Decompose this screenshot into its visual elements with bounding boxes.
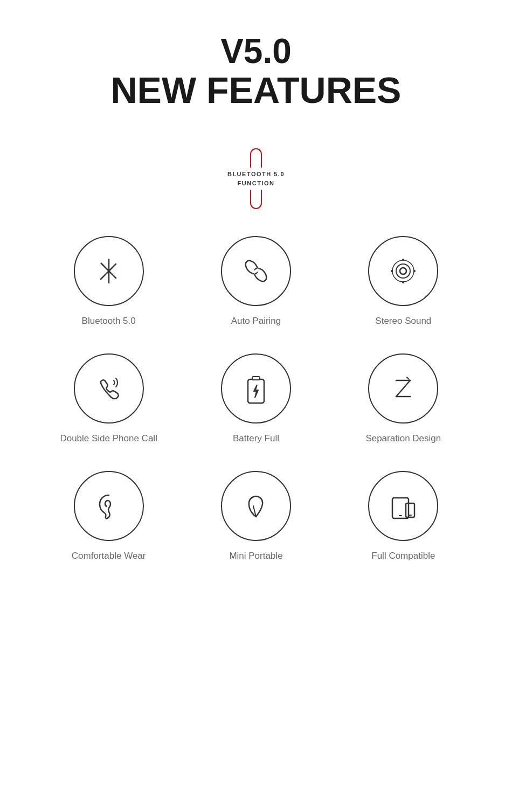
phone-icon-circle [74, 353, 144, 424]
feature-stereo: Stereo Sound [335, 236, 472, 327]
feature-battery: Battery Full [188, 353, 324, 444]
feature-label-battery: Battery Full [233, 433, 279, 444]
svg-point-5 [396, 264, 410, 278]
feature-label-separation: Separation Design [365, 433, 441, 444]
page-wrapper: V5.0 NEW FEATURES BLUETOOTH 5.0 FUNCTION… [0, 0, 512, 594]
bluetooth-icon [90, 252, 128, 290]
svg-line-14 [396, 380, 410, 397]
battery-icon-circle [221, 353, 291, 424]
header-section: V5.0 NEW FEATURES [111, 32, 402, 110]
feature-label-wear: Comfortable Wear [72, 551, 146, 561]
portable-icon [237, 487, 275, 525]
stereo-icon-circle [368, 236, 438, 306]
bluetooth-badge: BLUETOOTH 5.0 FUNCTION [227, 148, 285, 209]
wear-icon-circle [74, 471, 144, 541]
pairing-icon [237, 252, 275, 290]
feature-label-compatible: Full Compatible [371, 551, 435, 561]
badge-text: BLUETOOTH 5.0 FUNCTION [227, 168, 285, 190]
compatible-icon-circle [368, 471, 438, 541]
feature-compatible: Full Compatible [335, 471, 472, 561]
svg-point-2 [252, 266, 269, 284]
battery-icon [237, 370, 275, 407]
feature-phone: Double Side Phone Call [40, 353, 177, 444]
wear-icon [90, 487, 128, 525]
title-v5: V5.0 [111, 32, 402, 70]
feature-pairing: Auto Pairing [188, 236, 324, 327]
separation-icon [384, 370, 422, 407]
feature-label-portable: Mini Portable [229, 551, 282, 561]
feature-label-phone: Double Side Phone Call [60, 433, 157, 444]
feature-separation: Separation Design [335, 353, 472, 444]
svg-point-4 [400, 268, 406, 274]
feature-label-stereo: Stereo Sound [375, 316, 431, 327]
pairing-icon-circle [221, 236, 291, 306]
feature-wear: Comfortable Wear [40, 471, 177, 561]
svg-point-10 [413, 270, 416, 272]
stereo-icon [384, 252, 422, 290]
feature-portable: Mini Portable [188, 471, 324, 561]
features-grid: Bluetooth 5.0 Auto Pairing [40, 236, 472, 561]
separation-icon-circle [368, 353, 438, 424]
title-new-features: NEW FEATURES [111, 70, 402, 110]
feature-bluetooth: Bluetooth 5.0 [40, 236, 177, 327]
badge-top-pill [250, 148, 262, 168]
svg-point-1 [243, 259, 260, 276]
svg-rect-12 [252, 377, 260, 380]
svg-point-8 [402, 281, 404, 283]
svg-point-7 [402, 259, 404, 261]
svg-line-16 [407, 377, 409, 379]
feature-label-bluetooth: Bluetooth 5.0 [82, 316, 136, 327]
svg-point-9 [391, 270, 393, 272]
portable-icon-circle [221, 471, 291, 541]
bluetooth-icon-circle [74, 236, 144, 306]
phone-icon [90, 370, 128, 407]
feature-label-pairing: Auto Pairing [231, 316, 281, 327]
compatible-icon [384, 487, 422, 525]
badge-bottom-pill [250, 190, 262, 209]
